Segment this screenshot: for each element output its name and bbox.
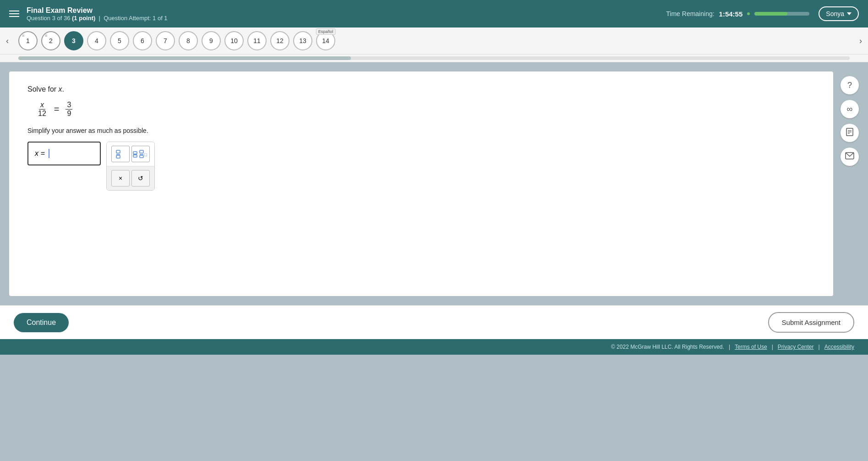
rhs-numerator: 3 — [66, 101, 72, 110]
question-btn-11[interactable]: 11 — [247, 31, 267, 50]
question-nav: ‹ 1 2 3 4 5 6 7 8 9 10 11 12 13 Español … — [0, 27, 868, 55]
nav-next-button[interactable]: › — [856, 34, 866, 48]
continue-button[interactable]: Continue — [14, 313, 69, 332]
notepad-button[interactable] — [841, 124, 859, 142]
timer-dot — [747, 12, 750, 15]
main-wrapper: Solve for x. x 12 = 3 9 Simplify your an… — [0, 62, 868, 305]
help-button[interactable]: ? — [841, 76, 859, 94]
scroll-thumb — [18, 56, 351, 60]
infinity-button[interactable]: ∞ — [841, 100, 859, 118]
question-btn-10[interactable]: 10 — [224, 31, 244, 50]
notepad-icon — [845, 127, 854, 139]
user-name: Sonya — [826, 10, 844, 17]
question-btn-1[interactable]: 1 — [18, 31, 38, 50]
user-menu-button[interactable]: Sonya — [819, 6, 859, 21]
header-title-block: Final Exam Review Question 3 of 36 (1 po… — [27, 6, 666, 22]
footer-bar: Continue Submit Assignment — [0, 305, 868, 339]
question-instruction: Solve for x. — [27, 85, 815, 93]
exam-title: Final Exam Review — [27, 6, 666, 15]
svg-rect-2 — [116, 155, 120, 158]
question-btn-5[interactable]: 5 — [110, 31, 129, 50]
question-btn-12[interactable]: 12 — [270, 31, 289, 50]
clear-icon: × — [119, 175, 122, 182]
question-btn-8[interactable]: 8 — [179, 31, 198, 50]
lhs-numerator: x — [39, 101, 45, 110]
accessibility-link[interactable]: Accessibility — [824, 344, 854, 350]
question-info: Question 3 of 36 (1 point) | Question At… — [27, 15, 666, 22]
infinity-icon: ∞ — [847, 104, 853, 114]
svg-rect-3 — [133, 152, 137, 154]
answer-input-box[interactable]: x = — [27, 142, 101, 165]
svg-rect-6 — [140, 150, 143, 153]
svg-rect-0 — [116, 150, 120, 153]
mail-icon — [845, 152, 854, 162]
submit-assignment-button[interactable]: Submit Assignment — [768, 312, 854, 333]
privacy-link[interactable]: Privacy Center — [778, 344, 814, 350]
copyright-text: © 2022 McGraw Hill LLC. All Rights Reser… — [611, 344, 724, 350]
question-btn-2[interactable]: 2 — [41, 31, 60, 50]
timer-block: Time Remaining: 1:54:55 — [666, 10, 809, 18]
timer-label: Time Remaining: — [666, 10, 714, 17]
math-toolbar: □ × ↺ — [106, 142, 155, 191]
math-toolbar-row1: □ — [107, 142, 154, 166]
question-btn-4[interactable]: 4 — [87, 31, 106, 50]
espanol-badge: Español — [316, 28, 336, 35]
rhs-denominator: 9 — [66, 110, 72, 118]
scroll-track[interactable] — [18, 56, 850, 60]
help-icon: ? — [847, 81, 852, 90]
simplify-note: Simplify your answer as much as possible… — [27, 127, 815, 134]
timer-bar-container — [754, 12, 809, 16]
mail-button[interactable] — [841, 148, 859, 166]
chevron-down-icon — [847, 12, 852, 15]
copyright-bar: © 2022 McGraw Hill LLC. All Rights Reser… — [0, 339, 868, 355]
timer-bar — [754, 12, 787, 16]
attempt-info: Question Attempt: 1 of 1 — [104, 15, 167, 22]
answer-prefix: x = — [35, 149, 45, 158]
point-info: (1 point) — [72, 15, 95, 22]
timer-value: 1:54:55 — [719, 10, 743, 18]
clear-button[interactable]: × — [111, 170, 130, 187]
question-btn-13[interactable]: 13 — [293, 31, 312, 50]
question-btn-7[interactable]: 7 — [156, 31, 175, 50]
equals-sign: = — [54, 104, 60, 115]
header: Final Exam Review Question 3 of 36 (1 po… — [0, 0, 868, 27]
lhs-denominator: 12 — [37, 110, 48, 118]
question-btn-3[interactable]: 3 — [64, 31, 83, 50]
mixed-fraction-button[interactable]: □ — [131, 146, 150, 162]
question-buttons: 1 2 3 4 5 6 7 8 9 10 11 12 13 Español 14 — [18, 31, 335, 50]
svg-rect-8 — [140, 155, 143, 158]
svg-text:□: □ — [144, 152, 147, 157]
rhs-fraction: 3 9 — [66, 101, 72, 118]
svg-rect-5 — [133, 155, 137, 157]
content-area: Solve for x. x 12 = 3 9 Simplify your an… — [9, 71, 833, 296]
undo-icon: ↺ — [138, 175, 143, 182]
question-number: Question 3 of 36 — [27, 15, 70, 22]
question-btn-9[interactable]: 9 — [202, 31, 221, 50]
lhs-fraction: x 12 — [37, 101, 48, 118]
answer-cursor — [49, 149, 49, 158]
math-toolbar-row2: × ↺ — [107, 166, 154, 190]
terms-link[interactable]: Terms of Use — [735, 344, 767, 350]
fraction-button[interactable] — [111, 146, 130, 162]
menu-button[interactable] — [9, 11, 19, 17]
nav-prev-button[interactable]: ‹ — [2, 34, 12, 48]
question-btn-6[interactable]: 6 — [133, 31, 152, 50]
undo-button[interactable]: ↺ — [131, 170, 150, 187]
answer-area: x = — [27, 142, 815, 191]
math-equation: x 12 = 3 9 — [37, 101, 815, 118]
scroll-indicator — [0, 55, 868, 62]
question-btn-14[interactable]: Español 14 — [316, 31, 335, 50]
right-tools: ? ∞ — [841, 71, 859, 296]
